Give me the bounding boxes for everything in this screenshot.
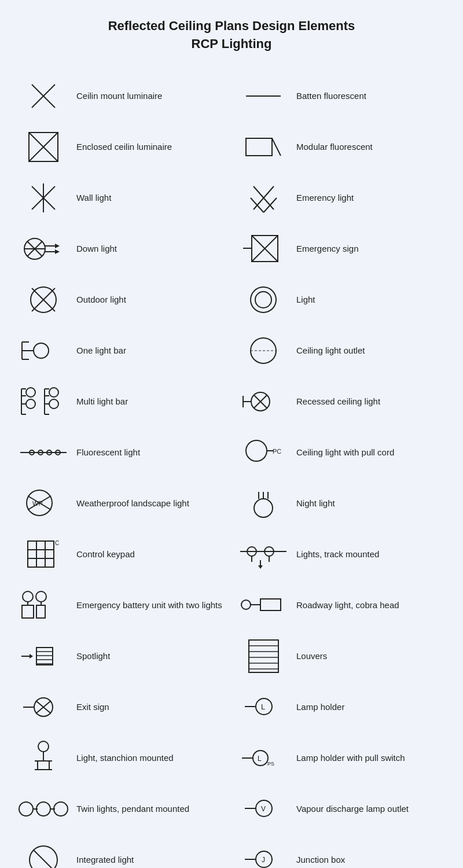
enclosed-ceiling-icon [17, 130, 69, 164]
list-item: Exit sign [12, 682, 232, 733]
stanchion-icon [17, 741, 69, 775]
lamp-holder-label: Lamp holder [296, 701, 446, 713]
list-item: Twin lights, pendant mounted [12, 784, 232, 834]
svg-point-65 [246, 440, 267, 461]
svg-rect-100 [36, 648, 53, 665]
one-light-bar-icon [17, 333, 69, 368]
list-item: Multi light bar [12, 376, 232, 427]
svg-text:WP: WP [32, 500, 43, 507]
page-header: Reflected Ceiling Plans Design Elements … [12, 17, 451, 53]
emergency-light-icon [237, 181, 289, 215]
batten-icon [237, 79, 289, 113]
svg-text:PS: PS [267, 761, 274, 767]
emergency-sign-label: Emergency sign [296, 242, 446, 255]
ceiling-mount-label: Ceilin mount luminaire [76, 90, 226, 102]
modular-label: Modular fluorescent [296, 141, 446, 153]
emergency-light-label: Emerency light [296, 192, 446, 204]
svg-rect-76 [28, 541, 54, 567]
list-item: Louvers [232, 631, 451, 682]
svg-rect-97 [260, 599, 281, 610]
integrated-light-icon [17, 843, 69, 868]
svg-text:L: L [261, 703, 265, 711]
night-light-label: Night light [296, 497, 446, 509]
control-keypad-icon: C [17, 537, 69, 572]
list-item: Light, stanchion mounted [12, 733, 232, 784]
light-label: Light [296, 293, 446, 306]
list-item: L Lamp holder [232, 682, 451, 733]
down-light-icon [17, 231, 69, 266]
down-light-label: Down light [76, 242, 226, 255]
svg-point-31 [255, 292, 271, 308]
items-grid: Ceilin mount luminaire Batten fluorescen… [12, 71, 451, 868]
list-item: PC Ceiling light with pull cord [232, 427, 451, 478]
list-item: One light bar [12, 325, 232, 376]
svg-point-128 [19, 802, 33, 816]
list-item: Roadway light, cobra head [232, 580, 451, 631]
vapour-discharge-label: Vapour discharge lamp outlet [296, 803, 446, 815]
svg-point-36 [34, 343, 49, 358]
outdoor-light-label: Outdoor light [76, 293, 226, 306]
svg-point-51 [49, 388, 58, 397]
control-keypad-label: Control keypad [76, 548, 226, 560]
multi-light-bar-icon [17, 384, 69, 419]
fluorescent-light-icon [17, 435, 69, 470]
modular-fluorescent-icon [237, 130, 289, 164]
list-item: Ceiling light outlet [232, 325, 451, 376]
pull-cord-label: Ceiling light with pull cord [296, 446, 446, 458]
lamp-holder-icon: L [237, 690, 289, 724]
svg-text:J: J [262, 856, 265, 864]
svg-point-130 [36, 802, 50, 816]
louvers-icon [237, 639, 289, 674]
svg-text:PC: PC [273, 448, 281, 455]
svg-rect-91 [22, 605, 34, 618]
weatherproof-label: Weatherproof landscape light [76, 497, 226, 509]
outdoor-light-icon [17, 282, 69, 317]
wall-light-icon [17, 181, 69, 215]
recessed-ceiling-icon [237, 384, 289, 419]
list-item: Emergency sign [232, 223, 451, 274]
svg-marker-88 [258, 565, 263, 569]
svg-point-30 [251, 287, 276, 312]
svg-point-136 [30, 846, 57, 868]
louvers-label: Louvers [296, 650, 446, 662]
emergency-sign-icon [237, 231, 289, 266]
list-item: Integrated light [12, 834, 232, 868]
cobra-head-label: Roadway light, cobra head [296, 599, 446, 611]
svg-marker-21 [55, 244, 60, 248]
emergency-battery-icon [17, 588, 69, 623]
spotlight-label: Spotlight [76, 650, 226, 662]
svg-line-137 [34, 850, 53, 868]
enclosed-label: Enclosed ceilin luminaire [76, 141, 226, 153]
batten-label: Batten fluorescent [296, 90, 446, 102]
list-item: WP Weatherproof landscape light [12, 478, 232, 529]
list-item: Lights, track mounted [232, 529, 451, 580]
list-item: L PS Lamp holder with pull switch [232, 733, 451, 784]
list-item: Fluorescent light [12, 427, 232, 478]
svg-text:C: C [55, 540, 59, 546]
junction-box-icon: J [237, 843, 289, 868]
list-item: Wall light [12, 172, 232, 223]
ceiling-outlet-icon [237, 333, 289, 368]
list-item: Enclosed ceilin luminaire [12, 122, 232, 172]
list-item: J Junction box [232, 834, 451, 868]
twin-pendant-label: Twin lights, pendant mounted [76, 803, 226, 815]
recessed-ceiling-label: Recessed ceiling light [296, 395, 446, 407]
wall-light-label: Wall light [76, 192, 226, 204]
emergency-battery-label: Emergency battery unit with two lights [76, 599, 226, 611]
fluorescent-label: Fluorescent light [76, 446, 226, 458]
spotlight-icon [17, 639, 69, 674]
list-item: Light [232, 274, 451, 325]
track-mounted-label: Lights, track mounted [296, 548, 446, 560]
list-item: C Control keypad [12, 529, 232, 580]
svg-marker-99 [30, 654, 33, 659]
svg-text:V: V [261, 805, 266, 813]
list-item: Ceilin mount luminaire [12, 71, 232, 122]
lamp-pull-switch-label: Lamp holder with pull switch [296, 752, 446, 764]
cobra-head-icon [237, 588, 289, 623]
svg-point-118 [38, 741, 49, 752]
svg-rect-6 [246, 138, 272, 156]
svg-point-45 [26, 399, 35, 409]
vapour-discharge-icon: V [237, 792, 289, 826]
svg-text:L: L [258, 755, 262, 763]
lamp-pull-switch-icon: L PS [237, 741, 289, 775]
